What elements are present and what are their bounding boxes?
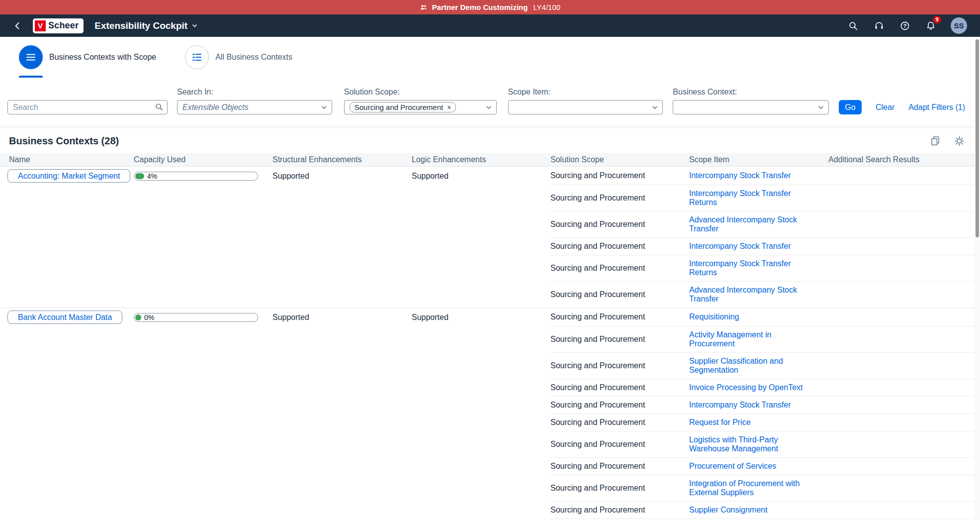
solution-scope-select[interactable]: Sourcing and Procurement × (344, 100, 497, 114)
scope-item-link[interactable]: Invoice Processing by OpenText (689, 383, 803, 392)
brand-logo-text: Scheer (48, 20, 79, 31)
additional-search-results-cell (828, 475, 980, 502)
table-column-headers: Name Capacity Used Structural Enhancemen… (0, 153, 980, 167)
tab-label: Business Contexts with Scope (49, 53, 156, 62)
banner-text: Partner Demo Customizing (432, 3, 528, 11)
column-header-capacity-used[interactable]: Capacity Used (134, 155, 272, 164)
chevron-down-icon (321, 104, 328, 111)
column-header-name[interactable]: Name (0, 155, 134, 164)
solution-scope-value: Sourcing and Procurement (550, 255, 689, 282)
clear-link[interactable]: Clear (876, 103, 894, 112)
additional-search-results-cell (828, 431, 980, 458)
column-header-structural-enhancements[interactable]: Structural Enhancements (272, 155, 412, 164)
additional-search-results-cell (828, 238, 980, 255)
scope-item-link[interactable]: Advanced Intercompany Stock Transfer (689, 286, 815, 304)
logic-enhancements-value: Supported (412, 167, 550, 185)
additional-search-results-cell (828, 502, 980, 519)
go-button[interactable]: Go (839, 100, 862, 114)
shell-bar: V Scheer Extensibility Cockpit ? (0, 14, 980, 37)
solution-scope-value: Sourcing and Procurement (550, 326, 689, 353)
business-context-button[interactable]: Bank Account Master Data (7, 311, 122, 324)
back-button[interactable] (9, 17, 26, 34)
adapt-filters-link[interactable]: Adapt Filters (1) (908, 103, 965, 112)
additional-search-results-cell (828, 397, 980, 414)
search-icon[interactable] (155, 103, 164, 113)
search-in-value: Extensible Objects (182, 103, 249, 112)
icon-tab-bar: Business Contexts with Scope All Busines… (0, 37, 980, 78)
app-title-menu[interactable]: Extensibility Cockpit (94, 20, 198, 31)
scope-item-row: Sourcing and ProcurementProcurement of S… (0, 458, 980, 475)
solution-scope-value: Sourcing and Procurement (550, 185, 689, 211)
scrollbar-thumb[interactable] (976, 39, 979, 237)
scope-item-row: Sourcing and ProcurementIntercompany Sto… (0, 255, 980, 282)
search-in-label: Search In: (177, 88, 332, 97)
column-header-logic-enhancements[interactable]: Logic Enhancements (412, 155, 550, 164)
help-icon[interactable]: ? (899, 20, 911, 32)
scope-item-link[interactable]: Intercompany Stock Transfer Returns (689, 189, 815, 207)
scope-item-link[interactable]: Integration of Procurement with External… (689, 479, 815, 497)
scope-item-link[interactable]: Activity Management in Procurement (689, 330, 815, 348)
scope-item-link[interactable]: Intercompany Stock Transfer Returns (689, 259, 815, 277)
support-headset-icon[interactable] (873, 20, 885, 32)
scope-item-select[interactable] (508, 100, 663, 114)
column-header-solution-scope[interactable]: Solution Scope (550, 155, 689, 164)
search-in-select[interactable]: Extensible Objects (177, 100, 332, 114)
additional-search-results-cell (828, 379, 980, 397)
scope-item-link[interactable]: Intercompany Stock Transfer (689, 171, 791, 180)
business-context-select[interactable] (673, 100, 829, 114)
context-row: Accounting: Market Segment4%SupportedSup… (0, 167, 980, 185)
additional-search-results-cell (828, 211, 980, 238)
brand-logo-mark: V (35, 20, 46, 31)
tab-business-contexts-with-scope[interactable]: Business Contexts with Scope (19, 37, 156, 78)
scope-item-row: Sourcing and ProcurementActivity Managem… (0, 326, 980, 353)
chevron-down-icon (817, 104, 824, 111)
scope-item-row: Sourcing and ProcurementAdvanced Interco… (0, 282, 980, 308)
column-header-additional-search-results[interactable]: Additional Search Results (828, 155, 980, 164)
capacity-progress-bar: 4% (134, 172, 258, 181)
scope-item-link[interactable]: Request for Price (689, 418, 751, 427)
export-icon[interactable] (929, 135, 941, 147)
scope-item-row: Sourcing and ProcurementRequest for Pric… (0, 414, 980, 431)
search-input[interactable] (7, 100, 168, 114)
users-icon (420, 3, 428, 11)
structural-enhancements-value: Supported (272, 167, 412, 185)
capacity-progress-label: 0% (144, 313, 154, 322)
scope-item-link[interactable]: Logistics with Third-Party Warehouse Man… (689, 435, 815, 453)
scope-item-link[interactable]: Procurement of Services (689, 462, 776, 471)
table-title: Business Contexts (28) (9, 135, 119, 147)
system-banner: Partner Demo Customizing LY4/100 (0, 0, 980, 14)
scope-item-link[interactable]: Advanced Intercompany Stock Transfer (689, 215, 815, 233)
shell-actions: ? 9 SS (847, 17, 967, 34)
avatar[interactable]: SS (951, 17, 967, 34)
solution-scope-value: Sourcing and Procurement (550, 502, 689, 519)
tab-all-business-contexts[interactable]: All Business Contexts (185, 37, 292, 78)
solution-scope-value: Sourcing and Procurement (550, 397, 689, 414)
scope-item-row: Sourcing and ProcurementInvoice Processi… (0, 379, 980, 397)
token-remove-icon[interactable]: × (447, 104, 451, 111)
vertical-scrollbar[interactable] (975, 37, 980, 520)
settings-gear-icon[interactable] (953, 135, 965, 147)
additional-search-results-cell (828, 414, 980, 431)
search-icon[interactable] (847, 20, 859, 32)
solution-scope-label: Solution Scope: (344, 88, 497, 97)
scope-item-row: Sourcing and ProcurementSupplier Classif… (0, 353, 980, 379)
scope-item-link[interactable]: Supplier Classification and Segmentation (689, 357, 815, 375)
scope-item-label: Scope Item: (508, 88, 663, 97)
list-lines-icon (185, 45, 209, 69)
column-header-scope-item[interactable]: Scope Item (689, 155, 828, 164)
app-title: Extensibility Cockpit (94, 20, 187, 31)
chevron-down-icon (651, 104, 658, 111)
business-context-button[interactable]: Accounting: Market Segment (7, 169, 130, 183)
solution-scope-value: Sourcing and Procurement (550, 238, 689, 255)
filter-bar: Search In: Extensible Objects Solution S… (0, 78, 980, 127)
additional-search-results-cell (828, 326, 980, 353)
additional-search-results-cell (828, 282, 980, 308)
scope-item-link[interactable]: Requisitioning (689, 312, 739, 321)
additional-search-results-cell (828, 353, 980, 379)
scope-item-link[interactable]: Intercompany Stock Transfer (689, 401, 791, 410)
additional-search-results-cell (828, 458, 980, 475)
svg-text:?: ? (903, 22, 906, 28)
scope-item-link[interactable]: Supplier Consignment (689, 506, 767, 515)
scope-item-link[interactable]: Intercompany Stock Transfer (689, 242, 791, 251)
notification-count-badge: 9 (933, 16, 941, 23)
